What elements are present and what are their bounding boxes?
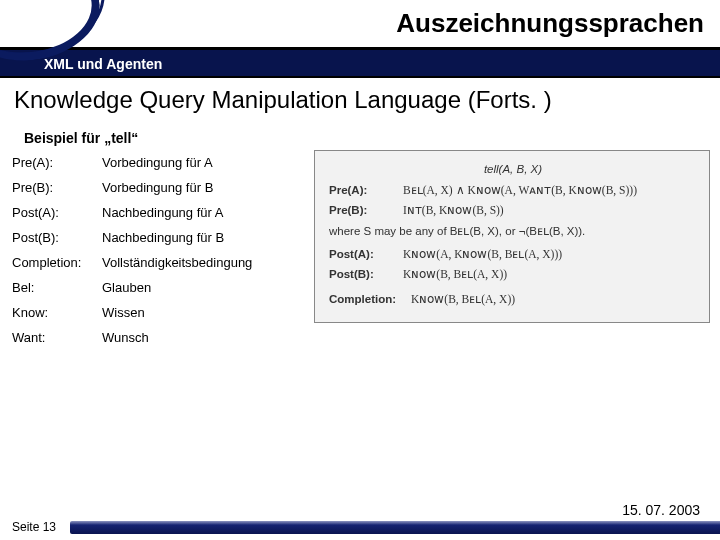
label: Post(A): [329,246,403,263]
page-number: Seite 13 [0,520,56,534]
header-subtitle: XML und Agenten [0,50,720,78]
table-row: Post(A):Nachbedingung für A [8,200,306,225]
term: Bel: [8,275,98,300]
example-label: Beispiel für „tell“ [0,120,720,150]
label: Pre(B): [329,202,403,219]
desc: Vorbedingung für B [98,175,306,200]
formula-postA: Post(A): Kɴᴏᴡ(A, Kɴᴏᴡ(B, Bᴇʟ(A, X))) [329,246,697,263]
table-row: Pre(A):Vorbedingung für A [8,150,306,175]
term: Post(A): [8,200,98,225]
table-row: Know:Wissen [8,300,306,325]
table-row: Pre(B):Vorbedingung für B [8,175,306,200]
value: Kɴᴏᴡ(B, Bᴇʟ(A, X)) [403,266,697,283]
formula-box: tell(A, B, X) Pre(A): Bᴇʟ(A, X) ∧ Kɴᴏᴡ(A… [314,150,710,323]
formula-completion: Completion: Kɴᴏᴡ(B, Bᴇʟ(A, X)) [329,291,697,308]
term: Pre(B): [8,175,98,200]
value: Bᴇʟ(A, X) ∧ Kɴᴏᴡ(A, Wᴀɴᴛ(B, Kɴᴏᴡ(B, S))) [403,182,697,199]
value: Kɴᴏᴡ(B, Bᴇʟ(A, X)) [411,291,697,308]
table-row: Completion:Vollständigkeitsbedingung [8,250,306,275]
desc: Glauben [98,275,306,300]
header-title: Auszeichnungssprachen [396,8,704,39]
term: Pre(A): [8,150,98,175]
label: Completion: [329,291,411,308]
content-row: Pre(A):Vorbedingung für A Pre(B):Vorbedi… [0,150,720,350]
table-row: Post(B):Nachbedingung für B [8,225,306,250]
desc: Vorbedingung für A [98,150,306,175]
table-row: Want:Wunsch [8,325,306,350]
desc: Wissen [98,300,306,325]
term: Completion: [8,250,98,275]
value: Kɴᴏᴡ(A, Kɴᴏᴡ(B, Bᴇʟ(A, X))) [403,246,697,263]
table-row: Bel:Glauben [8,275,306,300]
desc: Vollständigkeitsbedingung [98,250,306,275]
definitions-table: Pre(A):Vorbedingung für A Pre(B):Vorbedi… [8,150,306,350]
slide-title: Knowledge Query Manipulation Language (F… [0,78,720,120]
formula-head: tell(A, B, X) [329,161,697,178]
formula-note: where S may be any of Bᴇʟ(B, X), or ¬(Bᴇ… [329,223,697,240]
footer: Seite 13 [0,514,720,540]
term: Know: [8,300,98,325]
label: Pre(A): [329,182,403,199]
value: Iɴᴛ(B, Kɴᴏᴡ(B, S)) [403,202,697,219]
formula-preA: Pre(A): Bᴇʟ(A, X) ∧ Kɴᴏᴡ(A, Wᴀɴᴛ(B, Kɴᴏᴡ… [329,182,697,199]
label: Post(B): [329,266,403,283]
desc: Wunsch [98,325,306,350]
term: Want: [8,325,98,350]
formula-preB: Pre(B): Iɴᴛ(B, Kɴᴏᴡ(B, S)) [329,202,697,219]
footer-bar [70,521,720,534]
header: Auszeichnungssprachen [0,0,720,50]
desc: Nachbedingung für A [98,200,306,225]
desc: Nachbedingung für B [98,225,306,250]
term: Post(B): [8,225,98,250]
formula-postB: Post(B): Kɴᴏᴡ(B, Bᴇʟ(A, X)) [329,266,697,283]
